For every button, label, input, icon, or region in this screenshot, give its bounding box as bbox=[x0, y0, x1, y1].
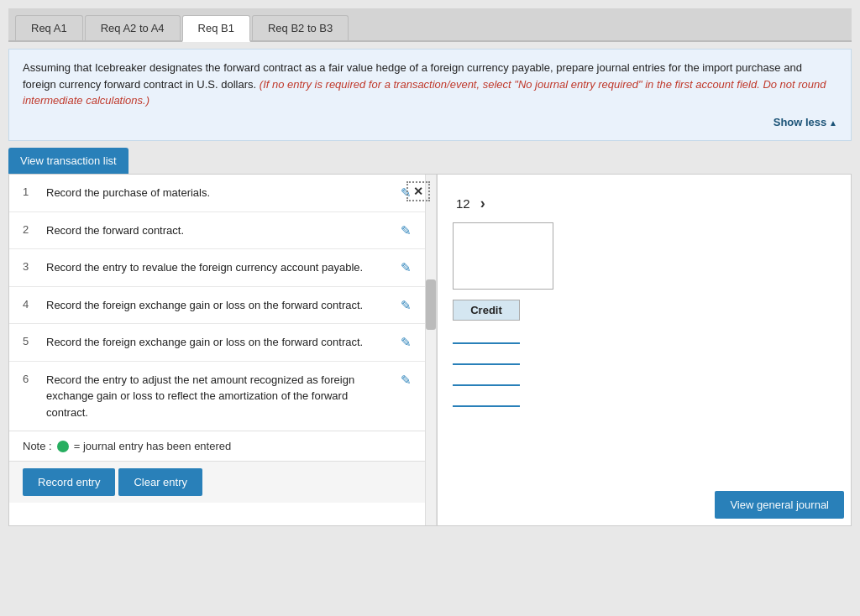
main-content: ✕ 1Record the purchase of materials.✎2Re… bbox=[8, 174, 852, 526]
transaction-item: 5Record the foreign exchange gain or los… bbox=[9, 324, 425, 362]
item-number: 5 bbox=[23, 334, 36, 347]
credit-input-1[interactable] bbox=[453, 326, 520, 344]
item-text: Record the entry to revalue the foreign … bbox=[46, 259, 391, 276]
scroll-thumb bbox=[426, 279, 436, 330]
edit-icon[interactable]: ✎ bbox=[401, 259, 412, 275]
item-number: 1 bbox=[23, 185, 36, 198]
right-panel: 12 › Credit View general journal bbox=[438, 175, 851, 525]
transaction-item: 3Record the entry to revalue the foreign… bbox=[9, 249, 425, 287]
item-text: Record the purchase of materials. bbox=[46, 185, 391, 201]
tab-req-a1[interactable]: Req A1 bbox=[15, 15, 83, 40]
show-less-link[interactable]: Show less bbox=[773, 116, 837, 128]
view-general-journal-container: View general journal bbox=[444, 491, 844, 519]
note-prefix: Note : bbox=[23, 440, 52, 452]
tab-req-a2-a4[interactable]: Req A2 to A4 bbox=[85, 15, 181, 40]
view-transaction-button[interactable]: View transaction list bbox=[8, 148, 128, 174]
item-number: 3 bbox=[23, 259, 36, 273]
note-row: Note : = journal entry has been entered bbox=[9, 431, 425, 461]
item-number: 6 bbox=[23, 372, 36, 385]
transaction-list-items: ✕ 1Record the purchase of materials.✎2Re… bbox=[9, 175, 425, 525]
journal-entry-box[interactable] bbox=[453, 222, 553, 290]
edit-icon[interactable]: ✎ bbox=[401, 297, 412, 313]
transaction-item: 4Record the foreign exchange gain or los… bbox=[9, 287, 425, 325]
right-panel-inner: 12 › Credit bbox=[446, 183, 842, 412]
tab-req-b1[interactable]: Req B1 bbox=[182, 15, 250, 42]
view-general-journal-button[interactable]: View general journal bbox=[715, 491, 844, 519]
transaction-item: 2Record the forward contract.✎ bbox=[9, 212, 425, 250]
item-number: 2 bbox=[23, 222, 36, 236]
transaction-list-panel: ✕ 1Record the purchase of materials.✎2Re… bbox=[9, 175, 438, 525]
credit-input-3[interactable] bbox=[453, 368, 520, 386]
page-wrapper: Req A1Req A2 to A4Req B1Req B2 to B3 Ass… bbox=[0, 0, 860, 616]
credit-input-2[interactable] bbox=[453, 347, 520, 365]
item-text: Record the foreign exchange gain or loss… bbox=[46, 297, 391, 314]
nav-number: 12 bbox=[456, 196, 470, 211]
tabs-bar: Req A1Req A2 to A4Req B1Req B2 to B3 bbox=[8, 8, 852, 42]
edit-icon[interactable]: ✎ bbox=[401, 334, 412, 350]
nav-arrow-icon[interactable]: › bbox=[480, 195, 485, 212]
item-text: Record the foreign exchange gain or loss… bbox=[46, 334, 391, 351]
show-less-container: Show less bbox=[23, 114, 837, 131]
tab-req-b2-b3[interactable]: Req B2 to B3 bbox=[252, 15, 349, 40]
transaction-item: 1Record the purchase of materials.✎ bbox=[9, 175, 425, 212]
green-dot-icon bbox=[57, 441, 69, 452]
transaction-items-container: 1Record the purchase of materials.✎2Reco… bbox=[9, 175, 425, 431]
nav-row: 12 › bbox=[453, 188, 836, 222]
item-number: 4 bbox=[23, 297, 36, 311]
note-suffix: = journal entry has been entered bbox=[74, 440, 232, 452]
credit-inputs bbox=[453, 326, 836, 407]
item-text: Record the entry to adjust the net amoun… bbox=[46, 372, 391, 421]
transaction-item: 6Record the entry to adjust the net amou… bbox=[9, 362, 425, 431]
credit-label: Credit bbox=[453, 300, 520, 321]
transaction-list-inner: ✕ 1Record the purchase of materials.✎2Re… bbox=[9, 175, 437, 525]
edit-icon[interactable]: ✎ bbox=[401, 222, 412, 238]
clear-entry-button[interactable]: Clear entry bbox=[118, 468, 202, 496]
scrollbar[interactable] bbox=[425, 175, 437, 525]
instruction-box: Assuming that Icebreaker designates the … bbox=[8, 49, 852, 141]
close-button[interactable]: ✕ bbox=[406, 181, 425, 201]
action-buttons: Record entry Clear entry bbox=[9, 461, 425, 503]
credit-input-4[interactable] bbox=[453, 389, 520, 407]
edit-icon[interactable]: ✎ bbox=[401, 372, 412, 388]
item-text: Record the forward contract. bbox=[46, 222, 391, 239]
record-entry-button[interactable]: Record entry bbox=[23, 468, 115, 496]
